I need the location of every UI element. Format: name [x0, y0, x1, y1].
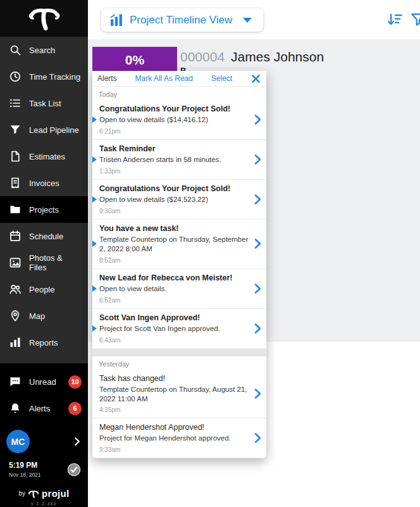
- sidebar-bottom: Unread 10 Alerts 6 MC 5:19 PM Nov 18, 20…: [0, 365, 88, 507]
- bar-chart-icon: [9, 336, 22, 349]
- sidebar-item-reports[interactable]: Reports: [0, 329, 88, 356]
- alerts-popup-header: Alerts Mark All As Read Select: [92, 71, 266, 87]
- filter-icon[interactable]: [410, 11, 420, 28]
- main-area: Project Timeline View 0% project progres…: [88, 0, 420, 507]
- alert-time: 8:52am: [99, 257, 249, 264]
- chat-icon: [9, 375, 22, 388]
- alert-time: 4:35pm: [99, 406, 249, 413]
- projul-footer-logo-icon: [28, 489, 39, 498]
- invoice-icon: [9, 177, 22, 189]
- unread-marker: [92, 196, 97, 203]
- alert-title: Scott Van Ingen Approved!: [99, 313, 249, 322]
- chevron-right-icon[interactable]: [254, 388, 262, 399]
- alert-item[interactable]: You have a new task! Template Countertop…: [92, 220, 266, 269]
- alert-title: Congratulations Your Project Sold!: [99, 104, 249, 113]
- alert-body: Project for Megan Hendershot approved.: [99, 434, 249, 443]
- alert-time: 9:30am: [99, 208, 249, 215]
- alert-item[interactable]: New Lead for Rebecca von Meister! Open t…: [92, 269, 266, 309]
- chevron-right-icon[interactable]: [254, 238, 262, 249]
- section-divider: [92, 349, 266, 356]
- chevron-right-icon[interactable]: [254, 154, 262, 165]
- current-date: Nov 18, 2021: [9, 472, 41, 478]
- unread-marker: [92, 241, 97, 247]
- app-version: v 1.2.zzz: [0, 501, 88, 506]
- view-selector[interactable]: Project Timeline View: [101, 8, 263, 32]
- alert-title: Task Reminder: [99, 144, 249, 153]
- photo-icon: [9, 256, 22, 269]
- current-time: 5:19 PM: [9, 461, 41, 470]
- alert-item[interactable]: Megan Hendershot Approved! Project for M…: [92, 418, 266, 458]
- unread-marker: [92, 156, 97, 163]
- sort-descending-icon[interactable]: [386, 11, 404, 28]
- progress-percent: 0%: [92, 53, 177, 68]
- sidebar-item-schedule[interactable]: Schedule: [0, 223, 88, 249]
- sidebar-item-invoices[interactable]: Invoices: [0, 170, 88, 196]
- check-circle-icon[interactable]: [66, 462, 82, 477]
- alert-body: Template Countertop on Thursday, Septemb…: [99, 235, 249, 254]
- sidebar-item-estimates[interactable]: Estimates: [0, 143, 88, 170]
- bell-icon: [9, 402, 22, 415]
- alert-item[interactable]: Congratulations Your Project Sold! Open …: [92, 100, 266, 140]
- chevron-right-icon[interactable]: [254, 114, 262, 125]
- sidebar-footer: by projul v 1.2.zzz: [0, 488, 88, 506]
- alerts-popup: Alerts Mark All As Read Select Today Con…: [92, 71, 266, 458]
- alert-time: 1:33pm: [99, 168, 249, 175]
- alerts-list: Today Congratulations Your Project Sold!…: [92, 87, 266, 458]
- task-list-icon: [9, 97, 22, 110]
- close-icon[interactable]: [250, 73, 261, 84]
- topbar: Project Timeline View: [88, 0, 420, 39]
- unread-count-badge: 6: [68, 402, 82, 415]
- alert-time: 9:33am: [99, 446, 249, 453]
- sidebar-item-unread[interactable]: Unread 10: [0, 368, 88, 395]
- avatar[interactable]: MC: [6, 430, 30, 453]
- calendar-icon: [9, 230, 22, 242]
- footer-by-label: by: [18, 490, 25, 497]
- user-menu[interactable]: MC: [0, 422, 88, 456]
- alert-item[interactable]: Congratulations Your Project Sold! Open …: [92, 180, 266, 220]
- alert-body: Project for Scott Van Ingen approved.: [99, 324, 249, 334]
- sidebar-item-time-tracking[interactable]: Time Tracking: [0, 63, 88, 90]
- clock-icon: [9, 70, 22, 83]
- mark-all-read-button[interactable]: Mark All As Read: [135, 74, 193, 83]
- chevron-right-icon[interactable]: [254, 323, 262, 334]
- alerts-section-label: Yesterday: [92, 356, 266, 370]
- view-selector-label: Project Timeline View: [130, 14, 232, 27]
- unread-count-badge: 10: [68, 375, 82, 389]
- chevron-right-icon[interactable]: [254, 194, 262, 205]
- sidebar-item-alerts[interactable]: Alerts 6: [0, 395, 88, 422]
- alert-item[interactable]: Task has changed! Template Countertop on…: [92, 370, 266, 419]
- alert-time: 6:52am: [99, 297, 249, 304]
- sidebar-item-people[interactable]: People: [0, 276, 88, 303]
- alert-title: New Lead for Rebecca von Meister!: [99, 273, 249, 282]
- footer-brand: projul: [42, 488, 69, 499]
- people-icon: [9, 283, 22, 296]
- chevron-right-icon[interactable]: [74, 437, 80, 446]
- sidebar-item-lead-pipeline[interactable]: Lead Pipeline: [0, 116, 88, 143]
- alert-time: 6:43am: [99, 337, 249, 344]
- alert-title: Task has changed!: [99, 374, 249, 383]
- alert-title: Megan Hendershot Approved!: [99, 423, 249, 432]
- alert-title: You have a new task!: [99, 224, 249, 233]
- alert-item[interactable]: Task Reminder Tristen Andersen starts in…: [92, 140, 266, 180]
- sidebar-item-photos-files[interactable]: Photos & Files: [0, 249, 88, 276]
- sidebar-bottom-menu: Unread 10 Alerts 6: [0, 368, 88, 422]
- alert-body: Open to view details ($24,523.22): [99, 195, 249, 204]
- sidebar-item-map[interactable]: Map: [0, 303, 88, 329]
- app-window: Search Time Tracking Task List Lead Pipe…: [0, 0, 420, 507]
- timeline-chart-icon: [109, 13, 124, 28]
- clock-block: 5:19 PM Nov 18, 2021: [0, 456, 88, 478]
- alert-item[interactable]: Scott Van Ingen Approved! Project for Sc…: [92, 309, 266, 349]
- sidebar: Search Time Tracking Task List Lead Pipe…: [0, 0, 88, 507]
- sidebar-item-search[interactable]: Search: [0, 37, 88, 63]
- logo-block[interactable]: [0, 0, 88, 37]
- chevron-right-icon[interactable]: [254, 432, 262, 444]
- alert-body: Open to view details.: [99, 284, 249, 294]
- sidebar-menu: Search Time Tracking Task List Lead Pipe…: [0, 37, 88, 363]
- select-button[interactable]: Select: [211, 74, 232, 83]
- sidebar-item-projects[interactable]: Projects: [0, 196, 88, 223]
- sidebar-item-task-list[interactable]: Task List: [0, 90, 88, 116]
- chevron-right-icon[interactable]: [254, 283, 262, 294]
- alert-body: Template Countertop on Thursday, August …: [99, 385, 249, 404]
- search-icon: [9, 44, 22, 56]
- alerts-section-label: Today: [92, 87, 266, 100]
